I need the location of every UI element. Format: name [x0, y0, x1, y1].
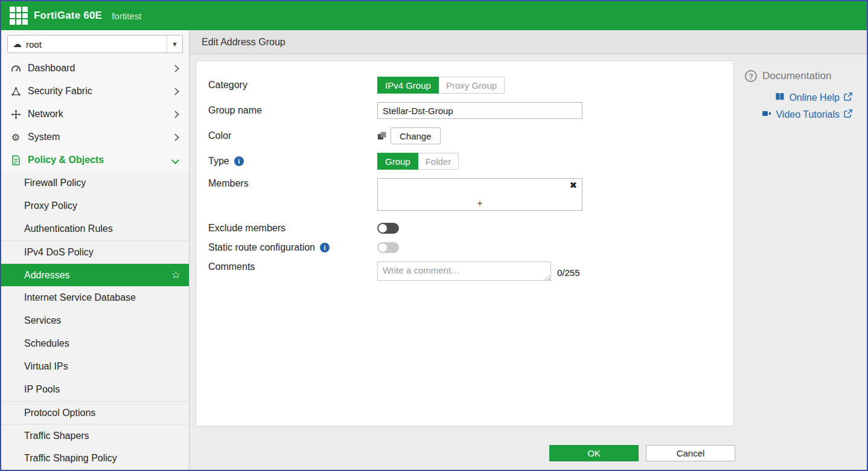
app-title: FortiGate 60E — [34, 10, 102, 22]
sidebar-item-label: Authentication Rules — [24, 223, 113, 234]
sidebar-item-label: IPv4 DoS Policy — [24, 247, 94, 258]
sidebar-item-label: IP Pools — [24, 384, 60, 395]
main-content: Edit Address Group Category IPv4 Group P… — [190, 30, 867, 470]
fortinet-logo-icon — [10, 7, 28, 25]
vdom-name: root — [26, 39, 167, 50]
clear-members-icon[interactable]: ✖ — [569, 180, 577, 191]
sidebar-item-label: Services — [24, 315, 61, 326]
sidebar-item-security-fabric[interactable]: Security Fabric — [1, 80, 189, 103]
category-label: Category — [208, 80, 377, 91]
color-swatch-icon — [377, 131, 387, 141]
ok-button[interactable]: OK — [549, 445, 639, 461]
add-member-button[interactable]: + — [378, 198, 582, 209]
chevron-down-icon — [171, 156, 179, 164]
vdom-selector[interactable]: ☁ root ▼ — [7, 35, 183, 53]
chevron-right-icon — [171, 133, 179, 141]
sidebar-item-label: Traffic Shapers — [24, 431, 89, 441]
info-icon[interactable]: i — [320, 243, 330, 252]
top-bar: FortiGate 60E fortitest — [1, 1, 867, 30]
static-route-row: Static route configuration i — [208, 242, 721, 253]
static-route-label: Static route configuration — [208, 242, 315, 253]
info-icon[interactable]: i — [234, 156, 244, 166]
video-camera-icon — [762, 109, 771, 121]
sidebar-item-traffic-shaping-policy[interactable]: Traffic Shaping Policy — [1, 447, 189, 470]
category-option-ipv4-group[interactable]: IPv4 Group — [377, 77, 439, 94]
type-row: Type i Group Folder — [208, 153, 721, 170]
comments-counter: 0/255 — [557, 268, 580, 278]
sidebar-item-ip-pools[interactable]: IP Pools — [1, 378, 189, 401]
sidebar-item-label: Firewall Policy — [24, 178, 86, 188]
book-icon — [775, 92, 785, 104]
external-link-icon — [844, 92, 852, 103]
group-name-input[interactable] — [377, 102, 582, 119]
sidebar-item-label: Virtual IPs — [24, 361, 68, 372]
app-window: FortiGate 60E fortitest ☁ root ▼ Dashboa… — [0, 0, 868, 471]
group-name-row: Group name — [208, 102, 721, 119]
exclude-members-row: Exclude members — [208, 223, 721, 234]
sidebar-item-label: Schedules — [24, 338, 69, 349]
form-footer: OK Cancel — [190, 445, 735, 470]
sidebar-item-policy-objects[interactable]: Policy & Objects — [1, 149, 189, 171]
sidebar-item-traffic-shapers[interactable]: Traffic Shapers — [1, 424, 189, 447]
type-label: Type — [208, 156, 229, 167]
members-row: Members ✖ + — [208, 178, 721, 211]
dashboard-icon — [10, 63, 22, 74]
sidebar-item-network[interactable]: Network — [1, 103, 189, 126]
edit-address-group-form: Category IPv4 Group Proxy Group Group na… — [196, 60, 734, 426]
documentation-panel: ? Documentation Online Help — [734, 60, 867, 443]
sidebar-item-ipv4-dos-policy[interactable]: IPv4 DoS Policy — [1, 240, 189, 263]
sidebar-item-dashboard[interactable]: Dashboard — [1, 57, 189, 80]
sidebar-item-firewall-policy[interactable]: Firewall Policy — [1, 171, 189, 194]
exclude-members-toggle[interactable] — [377, 223, 399, 234]
sidebar-item-label: System — [28, 132, 60, 143]
chevron-down-icon: ▼ — [167, 36, 182, 53]
hostname: fortitest — [112, 11, 141, 21]
sidebar: ☁ root ▼ Dashboard Security Fabric — [1, 30, 190, 470]
type-option-folder[interactable]: Folder — [418, 153, 459, 170]
gear-icon: ⚙ — [10, 132, 22, 143]
sidebar-item-schedules[interactable]: Schedules — [1, 332, 189, 355]
sidebar-item-label: Security Fabric — [28, 86, 92, 97]
category-segmented-control: IPv4 Group Proxy Group — [377, 77, 505, 94]
question-circle-icon: ? — [745, 70, 757, 82]
sidebar-item-label: Protocol Options — [24, 408, 95, 418]
sidebar-item-internet-service-database[interactable]: Internet Service Database — [1, 286, 189, 309]
category-option-proxy-group[interactable]: Proxy Group — [439, 77, 505, 94]
comments-row: Comments 0/255 — [208, 261, 721, 283]
color-change-button[interactable]: Change — [391, 127, 441, 144]
policy-objects-icon — [10, 155, 22, 165]
online-help-link[interactable]: Online Help — [775, 92, 852, 104]
group-name-label: Group name — [208, 105, 377, 116]
type-option-group[interactable]: Group — [377, 153, 418, 170]
sidebar-item-authentication-rules[interactable]: Authentication Rules — [1, 217, 189, 240]
sidebar-item-label: Internet Service Database — [24, 292, 136, 303]
favorite-star-icon[interactable]: ☆ — [171, 269, 180, 281]
chevron-right-icon — [171, 88, 179, 95]
cloud-icon: ☁ — [13, 39, 22, 50]
sidebar-item-label: Policy & Objects — [28, 155, 104, 165]
chevron-right-icon — [171, 111, 179, 118]
page-title: Edit Address Group — [190, 30, 867, 54]
color-row: Color Change — [208, 127, 721, 144]
comments-textarea[interactable] — [377, 261, 551, 281]
sidebar-item-system[interactable]: ⚙ System — [1, 126, 189, 149]
color-label: Color — [208, 130, 377, 141]
members-label: Members — [208, 178, 377, 189]
sidebar-item-virtual-ips[interactable]: Virtual IPs — [1, 355, 189, 378]
sidebar-item-proxy-policy[interactable]: Proxy Policy — [1, 194, 189, 217]
sidebar-item-addresses[interactable]: Addresses ☆ — [1, 263, 189, 286]
members-select-box[interactable]: ✖ + — [377, 178, 582, 211]
sidebar-item-label: Network — [28, 109, 63, 120]
video-tutorials-link[interactable]: Video Tutorials — [762, 109, 852, 121]
exclude-members-label: Exclude members — [208, 223, 377, 234]
sidebar-item-protocol-options[interactable]: Protocol Options — [1, 401, 189, 424]
sidebar-item-label: Addresses — [24, 270, 70, 281]
comments-label: Comments — [208, 261, 377, 272]
sidebar-item-services[interactable]: Services — [1, 309, 189, 332]
static-route-toggle — [377, 242, 399, 253]
network-icon — [10, 109, 22, 120]
chevron-right-icon — [171, 65, 179, 72]
documentation-title: Documentation — [762, 70, 831, 82]
sidebar-item-label: Dashboard — [28, 63, 75, 74]
cancel-button[interactable]: Cancel — [646, 445, 735, 461]
